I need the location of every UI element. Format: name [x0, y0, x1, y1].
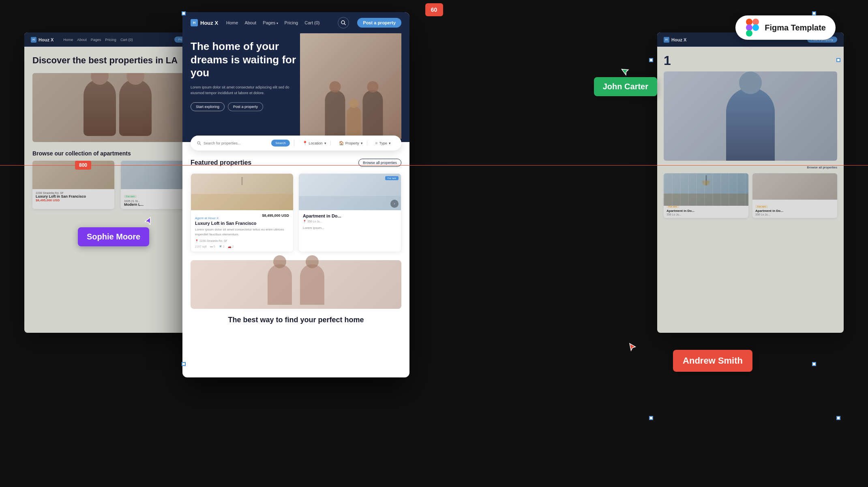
- left-prop-1-info: 2238 Stradella Rd, SF Luxury Loft in San…: [32, 189, 114, 205]
- figma-template-text: Figma Template: [765, 23, 826, 32]
- prop-card-2-body: Apartment in Do... 356 Lo Ju... Lorem ip…: [299, 210, 401, 236]
- left-nav-pages: Pages: [91, 38, 101, 42]
- nav-pricing: Pricing: [285, 20, 298, 25]
- prop-1-price: $8,495,000 USD: [262, 213, 289, 218]
- frame-counter: 60: [425, 3, 443, 16]
- prop-1-specs: 2197 sqft 🛏 5 🚿 2 🚗 2: [195, 245, 289, 248]
- nav-search-icon[interactable]: [338, 17, 349, 28]
- left-browse-text: Browse our collection of apartments: [32, 150, 203, 157]
- left-properties-row: 2238 Stradella Rd, SF Luxury Loft in San…: [32, 161, 203, 209]
- location-icon: 📍: [302, 141, 307, 145]
- andrew-smith-cursor: [628, 343, 637, 354]
- prop-card-2-image: For rent ›: [299, 174, 401, 210]
- bottom-figure-2: [300, 264, 324, 305]
- prop-1-garage: 🚗 2: [228, 245, 234, 248]
- prop-card-1-image: [191, 174, 293, 210]
- for-rent-badge: For rent: [385, 176, 399, 180]
- filter-property[interactable]: 🏠 Property ▾: [335, 141, 367, 145]
- selection-handle-right-tr[interactable]: [836, 58, 840, 62]
- left-card-image: [32, 73, 203, 142]
- right-props-row: For rent Apartment in Do... 356 Lo Ju...…: [664, 173, 837, 218]
- main-logo: H Houz X: [191, 19, 218, 26]
- kitchen-counter-1: [191, 194, 293, 210]
- right-prop-2-badge: For rent: [755, 205, 768, 208]
- main-post-btn[interactable]: Post a property: [357, 18, 401, 28]
- search-input-area: Search: [197, 140, 294, 147]
- selection-handle-tr[interactable]: [812, 11, 816, 15]
- left-card-logo: H Houz X: [31, 37, 54, 43]
- selection-handle-right-br[interactable]: [836, 416, 840, 420]
- nav-cart: Cart (0): [304, 20, 319, 25]
- right-prop-1-name: Apartment in Do...: [667, 209, 746, 213]
- main-hero-desc: Lorem ipsum dolor sit amet consectetur a…: [191, 84, 300, 96]
- search-icon: [197, 141, 201, 145]
- left-prop-2-badge: For rent: [124, 195, 137, 198]
- sophie-moore-badge: Sophie Moore: [78, 227, 149, 246]
- bottom-figure-1: [268, 264, 292, 305]
- left-logo-icon: H: [31, 37, 36, 43]
- selection-handle-tl[interactable]: [182, 11, 186, 15]
- post-property-btn[interactable]: Post a property: [228, 102, 263, 111]
- left-nav-cart: Cart (0): [120, 38, 133, 42]
- featured-section: Featured properties Browse all propertie…: [182, 151, 409, 252]
- left-nav-pricing: Pricing: [105, 38, 116, 42]
- prop-2-name: Apartment in Do...: [303, 213, 397, 218]
- nav-about: About: [244, 20, 256, 25]
- right-logo: H Houz X: [664, 37, 686, 43]
- agent-figure: [726, 88, 775, 161]
- main-preview-card: H Houz X Home About Pages Pricing Cart (…: [182, 12, 409, 377]
- figma-template-badge: Figma Template: [735, 15, 836, 40]
- left-prop-1: 2238 Stradella Rd, SF Luxury Loft in San…: [32, 161, 114, 209]
- browse-all-btn[interactable]: Browse all properties: [358, 159, 401, 167]
- left-card-nav: Home About Pages Pricing Cart (0): [63, 38, 133, 42]
- left-prop-1-price: $8,495,000 USD: [36, 198, 111, 202]
- svg-line-6: [344, 24, 345, 25]
- left-nav-about: About: [77, 38, 87, 42]
- left-card-props-section: Browse our collection of apartments 2238…: [32, 150, 203, 209]
- svg-rect-2: [746, 24, 752, 31]
- family-figures: [325, 90, 383, 139]
- main-hero: H Houz X Home About Pages Pricing Cart (…: [182, 12, 409, 142]
- kitchen-lamp: [705, 175, 707, 185]
- right-prop-2-addr: 356 Lo Ju...: [755, 213, 834, 216]
- right-prop-1-addr: 356 Lo Ju...: [667, 213, 746, 216]
- filter-type[interactable]: ≡ Type ▾: [371, 141, 395, 145]
- left-card-title: Discover the best properties in LA: [32, 55, 203, 67]
- svg-rect-3: [746, 30, 752, 37]
- prop-1-sqft: 2197 sqft: [195, 245, 207, 248]
- person-1: [84, 79, 116, 136]
- main-nav: H Houz X Home About Pages Pricing Cart (…: [182, 12, 409, 33]
- featured-header: Featured properties Browse all propertie…: [191, 159, 401, 167]
- right-prop-1-img: [664, 173, 748, 200]
- right-prop-2-info: For rent Apartment in Do... 356 Lo Ju...: [752, 200, 837, 218]
- search-button[interactable]: Search: [271, 140, 289, 147]
- nav-home: Home: [226, 20, 238, 25]
- explore-btn[interactable]: Start exploring: [191, 102, 225, 111]
- main-hero-content: The home of your dreams is waiting for y…: [182, 33, 409, 139]
- adult-2: [362, 90, 383, 139]
- prop-1-addr: 2238 Stradella Rd, SF: [195, 239, 289, 243]
- left-nav-home: Home: [63, 38, 73, 42]
- left-prop-1-addr: 2238 Stradella Rd, SF: [36, 192, 111, 194]
- selection-handle-br[interactable]: [812, 362, 816, 366]
- prop-2-addr: 356 Lo Ju...: [303, 220, 397, 223]
- child: [347, 106, 361, 139]
- selection-handle-bl[interactable]: [182, 362, 186, 366]
- prop-2-desc: Lorem ipsum...: [303, 226, 397, 231]
- prop-1-desc: Lorem ipsum dolor sit amet consectetur t…: [195, 227, 289, 237]
- measurement-value: 800: [75, 161, 91, 170]
- svg-point-4: [752, 24, 759, 31]
- selection-handle-right-tl[interactable]: [649, 58, 653, 62]
- prop-1-name: Luxury Loft in San Francisco: [195, 221, 289, 226]
- prop-1-baths: 🚿 2: [219, 245, 225, 248]
- kitchen-counter: [664, 194, 748, 206]
- prop-1-agent: Agent at Houz X: [195, 216, 219, 220]
- main-hero-image: [300, 33, 401, 139]
- search-bar: Search 📍 Location ▾ 🏠 Property ▾ ≡ Type …: [191, 136, 401, 151]
- main-hero-title: The home of your dreams is waiting for y…: [191, 40, 300, 80]
- search-input[interactable]: [204, 141, 269, 145]
- filter-location[interactable]: 📍 Location ▾: [298, 141, 331, 145]
- svg-line-8: [200, 144, 201, 145]
- right-browse-btn[interactable]: Browse all properties: [664, 166, 837, 169]
- selection-handle-right-bl[interactable]: [649, 416, 653, 420]
